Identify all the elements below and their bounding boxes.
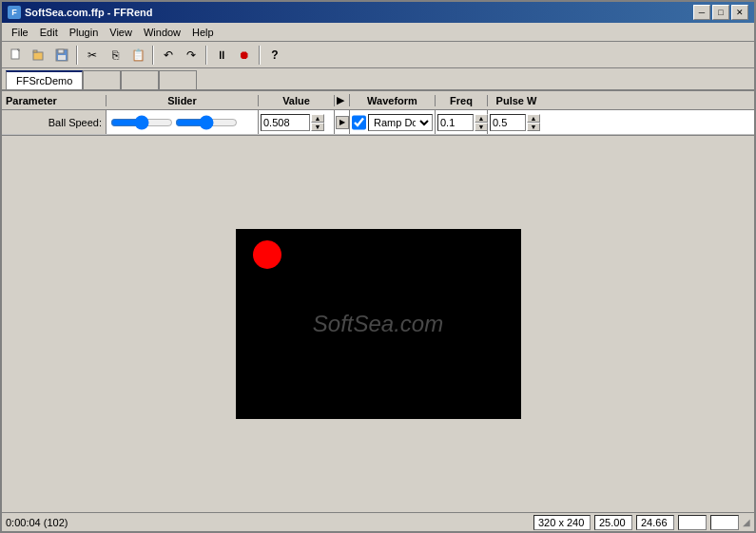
main-display: SoftSea.com <box>2 136 754 512</box>
menu-bar: File Edit Plugin View Window Help <box>2 23 754 42</box>
tab-4[interactable] <box>159 70 197 89</box>
pulse-spin-up[interactable]: ▲ <box>527 114 540 123</box>
freq-spin-down[interactable]: ▼ <box>475 123 488 131</box>
params-table: Parameter Slider Value ▶ Waveform Freq P… <box>2 91 754 136</box>
maximize-button[interactable]: □ <box>712 5 729 20</box>
slider-left[interactable] <box>110 114 173 131</box>
value-spinner: ▲ ▼ <box>311 114 324 131</box>
toolbar-sep-2 <box>152 46 154 65</box>
toolbar-sep-4 <box>259 46 261 65</box>
header-waveform: Waveform <box>350 95 436 106</box>
toolbar-sep-3 <box>205 46 207 65</box>
svg-rect-2 <box>33 52 43 60</box>
redo-button[interactable]: ↷ <box>181 45 202 66</box>
status-time: 0:00:04 (102) <box>6 517 68 528</box>
app-icon: F <box>8 6 21 19</box>
value-cell: ▲ ▼ <box>259 110 335 134</box>
content-area: Parameter Slider Value ▶ Waveform Freq P… <box>2 91 754 512</box>
params-header: Parameter Slider Value ▶ Waveform Freq P… <box>2 91 754 110</box>
header-arrow: ▶ <box>335 94 350 106</box>
tab-bar: FFSrcDemo <box>2 68 754 91</box>
tab-ffSrcDemo[interactable]: FFSrcDemo <box>6 70 83 89</box>
menu-view[interactable]: View <box>104 25 138 40</box>
status-bar: 0:00:04 (102) 320 x 240 25.00 24.66 ◢ <box>2 512 754 531</box>
pulse-cell: ▲ ▼ <box>488 110 545 134</box>
status-fps-target: 25.00 <box>594 515 632 530</box>
status-resolution: 320 x 240 <box>533 515 591 530</box>
canvas-area: SoftSea.com <box>236 229 521 419</box>
tab-3[interactable] <box>121 70 159 89</box>
save-button[interactable] <box>51 45 72 66</box>
svg-rect-6 <box>58 55 66 60</box>
status-right: 320 x 240 25.00 24.66 ◢ <box>533 515 750 530</box>
title-bar-left: F SoftSea.com.ffp - FFRend <box>8 6 152 19</box>
title-bar-controls: ─ □ ✕ <box>693 5 748 20</box>
menu-help[interactable]: Help <box>186 25 220 40</box>
header-parameter: Parameter <box>2 95 107 106</box>
new-button[interactable] <box>6 45 27 66</box>
waveform-select[interactable]: Sine Square Triangle Ramp Up Ramp Down R… <box>368 114 433 131</box>
toolbar-sep-1 <box>76 46 78 65</box>
minimize-button[interactable]: ─ <box>693 5 710 20</box>
menu-file[interactable]: File <box>6 25 34 40</box>
pulse-spin-down[interactable]: ▼ <box>527 123 540 131</box>
title-bar: F SoftSea.com.ffp - FFRend ─ □ ✕ <box>2 2 754 23</box>
cut-button[interactable]: ✂ <box>82 45 103 66</box>
value-spin-down[interactable]: ▼ <box>311 123 324 131</box>
freq-spin-up[interactable]: ▲ <box>475 114 488 123</box>
waveform-checkbox[interactable] <box>352 115 366 130</box>
value-spin-up[interactable]: ▲ <box>311 114 324 123</box>
slider-cell <box>107 110 259 134</box>
watermark: SoftSea.com <box>313 311 443 337</box>
menu-plugin[interactable]: Plugin <box>64 25 105 40</box>
slider-right[interactable] <box>175 114 238 131</box>
header-value: Value <box>259 95 335 106</box>
svg-rect-5 <box>58 49 64 53</box>
header-freq: Freq <box>436 95 488 106</box>
arrow-cell: ▶ <box>335 110 350 134</box>
menu-window[interactable]: Window <box>138 25 186 40</box>
header-slider: Slider <box>107 95 259 106</box>
waveform-cell: Sine Square Triangle Ramp Up Ramp Down R… <box>350 110 436 134</box>
svg-rect-3 <box>33 50 37 52</box>
status-extra2 <box>710 515 739 530</box>
tab-2[interactable] <box>83 70 121 89</box>
pulse-input[interactable] <box>490 114 526 131</box>
main-window: F SoftSea.com.ffp - FFRend ─ □ ✕ File Ed… <box>0 0 756 533</box>
menu-edit[interactable]: Edit <box>34 25 64 40</box>
red-ball <box>253 240 281 269</box>
help-button[interactable]: ? <box>264 45 285 66</box>
status-fps-actual: 24.66 <box>636 515 674 530</box>
freq-cell: ▲ ▼ <box>436 110 488 134</box>
table-row: Ball Speed: ▲ ▼ ▶ <box>2 110 754 135</box>
pulse-spinner: ▲ ▼ <box>527 114 540 131</box>
parameter-label: Ball Speed: <box>2 110 107 134</box>
undo-button[interactable]: ↶ <box>158 45 179 66</box>
window-title: SoftSea.com.ffp - FFRend <box>25 7 152 18</box>
header-pulse: Pulse W <box>488 95 545 106</box>
close-button[interactable]: ✕ <box>731 5 748 20</box>
pause-button[interactable]: ⏸ <box>211 45 232 66</box>
freq-input[interactable] <box>437 114 474 131</box>
open-button[interactable] <box>29 45 49 66</box>
copy-button[interactable]: ⎘ <box>105 45 126 66</box>
expand-arrow[interactable]: ▶ <box>336 116 349 129</box>
freq-spinner: ▲ ▼ <box>475 114 488 131</box>
status-extra1 <box>678 515 707 530</box>
record-button[interactable]: ⏺ <box>234 45 255 66</box>
toolbar: ✂ ⎘ 📋 ↶ ↷ ⏸ ⏺ ? <box>2 42 754 68</box>
paste-button[interactable]: 📋 <box>127 45 148 66</box>
resize-icon: ◢ <box>743 517 750 527</box>
value-input[interactable] <box>261 114 310 131</box>
